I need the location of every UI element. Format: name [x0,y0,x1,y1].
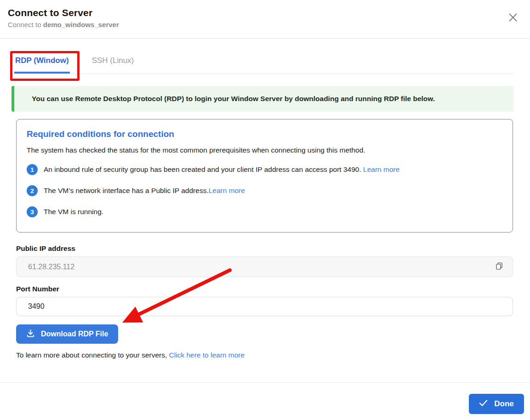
port-number-input[interactable]: 3490 [16,297,513,316]
copy-button[interactable] [491,259,507,275]
done-button[interactable]: Done [469,394,524,414]
condition-item-1: 1 An inbound rule of security group has … [27,164,502,175]
public-ip-label: Public IP address [16,244,530,253]
tab-ssh-linux[interactable]: SSH (Linux) [91,56,135,74]
server-name: demo_windows_server [43,21,119,28]
number-badge: 2 [27,185,38,196]
public-ip-value: 61.28.235.112 [28,263,491,271]
close-button[interactable] [506,11,520,25]
condition-item-3: 3 The VM is running. [27,206,502,217]
click-here-link[interactable]: Click here to learn more [169,351,245,359]
dialog-subtitle: Connect to demo_windows_server [8,21,522,28]
condition-body: The VM’s network interface has a Public … [44,187,209,194]
port-number-label: Port Number [16,285,530,293]
port-number-value: 3490 [28,302,45,311]
tab-rdp-window[interactable]: RDP (Window) [14,56,70,74]
dialog-header: Connect to Server Connect to demo_window… [0,0,530,39]
condition-text: The VM is running. [44,206,103,217]
page-title: Connect to Server [8,7,522,18]
condition-text: The VM’s network interface has a Public … [44,185,245,196]
download-button-label: Download RDP File [41,330,108,338]
public-ip-field[interactable]: 61.28.235.112 [16,256,513,277]
number-badge: 1 [27,164,38,175]
copy-icon [495,261,504,272]
info-banner-text: You can use Remote Desktop Protocol (RDP… [32,95,435,102]
done-button-label: Done [494,399,514,409]
learn-more-link-1[interactable]: Learn more [363,165,399,173]
subtitle-prefix: Connect to [8,21,43,28]
footer-note: To learn more about connecting to your s… [16,351,530,359]
conditions-description: The system has checked the status for th… [27,146,502,154]
learn-more-link-2[interactable]: Learn more [209,187,245,194]
condition-text: An inbound rule of security group has be… [44,164,399,175]
check-icon [479,399,488,409]
condition-item-2: 2 The VM’s network interface has a Publi… [27,185,502,196]
condition-body: The VM is running. [44,208,103,216]
info-banner: You can use Remote Desktop Protocol (RDP… [11,86,513,112]
required-conditions-box: Required conditions for connection The s… [16,119,513,233]
conditions-title: Required conditions for connection [27,129,502,139]
dialog-footer: Done [0,382,530,414]
close-icon [508,12,518,24]
download-rdp-button[interactable]: Download RDP File [16,324,118,344]
number-badge: 3 [27,206,38,217]
tab-bar: RDP (Window) SSH (Linux) [11,39,513,74]
condition-body: An inbound rule of security group has be… [44,165,363,173]
footer-note-text: To learn more about connecting to your s… [16,351,169,359]
download-icon [26,329,35,340]
